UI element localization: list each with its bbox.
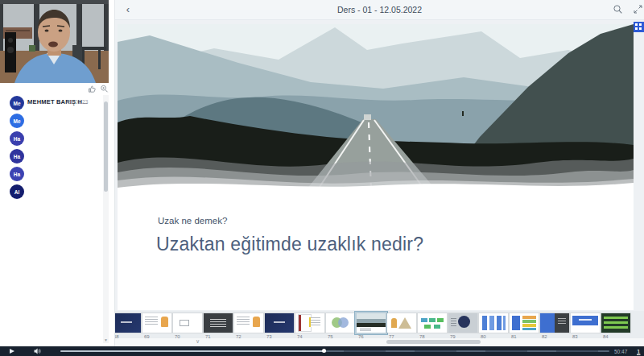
search-user-icon[interactable]: [100, 85, 109, 93]
participant-row[interactable]: Al: [0, 184, 101, 202]
slide-thumbnail-preview: [387, 313, 416, 333]
filmstrip-scrollbar-track[interactable]: [115, 338, 644, 346]
slide-thumbnail[interactable]: 79: [448, 313, 477, 338]
slide-thumbnail[interactable]: 84: [601, 313, 630, 338]
avatar: Ha: [10, 131, 24, 146]
slide-thumbnail[interactable]: 78: [418, 313, 447, 338]
avatar: Me: [10, 114, 24, 128]
slide-sync-grid-icon[interactable]: [634, 22, 644, 32]
slide-thumbnail-preview: [204, 313, 233, 333]
slide-thumbnail-preview: [265, 313, 294, 333]
slide-thumbnail-preview: [479, 313, 508, 333]
slide-stage: Uzak ne demek? Uzaktan eğitimde uzaklık …: [118, 24, 634, 310]
participant-timestamp: 00:01:23: [68, 99, 88, 105]
slide-thumbnail-preview: [418, 313, 447, 333]
slide-thumbnail[interactable]: 69: [142, 313, 171, 338]
slide-thumbnail-preview: [540, 313, 569, 333]
participant-row[interactable]: Ha: [0, 167, 101, 184]
slide-thumbnail-preview: [357, 313, 386, 333]
chevron-down-icon[interactable]: ∨: [196, 338, 200, 345]
webcam-toolbar: [0, 83, 109, 95]
search-icon[interactable]: [613, 4, 624, 15]
webcam-scene: [0, 0, 109, 83]
slide-subtitle: Uzak ne demek?: [158, 216, 227, 226]
filmstrip-thumbs: 6869707172737475767778798081828384: [115, 313, 630, 338]
webcam-video[interactable]: [0, 0, 109, 83]
slide-thumbnail[interactable]: 75: [326, 313, 355, 338]
avatar: Ha: [10, 167, 24, 181]
volume-icon[interactable]: [34, 348, 41, 354]
fullscreen-icon[interactable]: [633, 4, 644, 15]
slide-thumbnail-preview: [234, 313, 263, 333]
slide-landscape-image: [118, 24, 634, 189]
participant-row[interactable]: Ha: [0, 131, 101, 149]
slide-thumbnail[interactable]: 70: [173, 313, 202, 338]
progress-bar[interactable]: [60, 350, 609, 353]
playback-bar: 50:47 1: [0, 346, 644, 356]
participant-row[interactable]: MeMEHMET BARIŞ H...00:01:23: [0, 96, 101, 114]
slide-thumbnail-preview: [601, 313, 630, 333]
slide-title: Uzaktan eğitimde uzaklık nedir?: [156, 234, 423, 255]
filmstrip-scrollbar-thumb[interactable]: [386, 340, 481, 344]
scroll-down-icon[interactable]: ▼: [103, 337, 109, 343]
contents-list: MeMEHMET BARIŞ H...00:01:23MeHaHaHaAl: [0, 96, 101, 337]
slide-thumbnail[interactable]: 76: [357, 313, 386, 338]
slide-thumbnail[interactable]: 73: [265, 313, 294, 338]
slide-thumbnail-preview: [448, 313, 477, 333]
sidebar-scrollbar-thumb[interactable]: [104, 101, 108, 192]
lecture-player-app: MeMEHMET BARIŞ H...00:01:23MeHaHaHaAl ▲ …: [0, 0, 644, 356]
participant-row[interactable]: Me: [0, 114, 101, 131]
slide-thumbnail[interactable]: 81: [510, 313, 539, 338]
avatar: Me: [10, 96, 24, 110]
slide-thumbnail[interactable]: 83: [571, 313, 600, 338]
slide-thumbnail-preview: [326, 313, 355, 333]
playback-speed-button[interactable]: 1: [637, 348, 640, 355]
avatar: Ha: [10, 149, 24, 164]
playback-time: 50:47: [614, 349, 627, 354]
avatar: Al: [10, 184, 24, 199]
progress-played: [60, 350, 324, 352]
participant-row[interactable]: Ha: [0, 149, 101, 167]
slide-thumbnail-preview: [295, 313, 324, 333]
slide-thumbnail-preview: [142, 313, 171, 333]
thumbs-up-icon[interactable]: [88, 85, 97, 93]
sidebar: MeMEHMET BARIŞ H...00:01:23MeHaHaHaAl ▲ …: [0, 0, 115, 346]
slide-thumbnail[interactable]: 82: [540, 313, 569, 338]
filmstrip: ‹ 6869707172737475767778798081828384: [115, 311, 644, 338]
slide-thumbnail[interactable]: 68: [115, 313, 141, 338]
slide-thumbnail[interactable]: 77: [387, 313, 416, 338]
slide-thumbnail[interactable]: 74: [295, 313, 324, 338]
slide-thumbnail-preview: [510, 313, 539, 333]
slide-thumbnail-preview: [571, 313, 600, 333]
slide-thumbnail[interactable]: 72: [234, 313, 263, 338]
topbar: ‹ Ders - 01 - 12.05.2022: [115, 0, 644, 20]
slide-thumbnail[interactable]: 80: [479, 313, 508, 338]
slide-thumbnail-preview: [115, 313, 141, 333]
session-title: Ders - 01 - 12.05.2022: [115, 5, 644, 14]
progress-handle[interactable]: [322, 349, 326, 353]
play-button[interactable]: [10, 349, 14, 354]
slide-thumbnail[interactable]: 71: [204, 313, 233, 338]
slide-thumbnail-preview: [173, 313, 202, 333]
